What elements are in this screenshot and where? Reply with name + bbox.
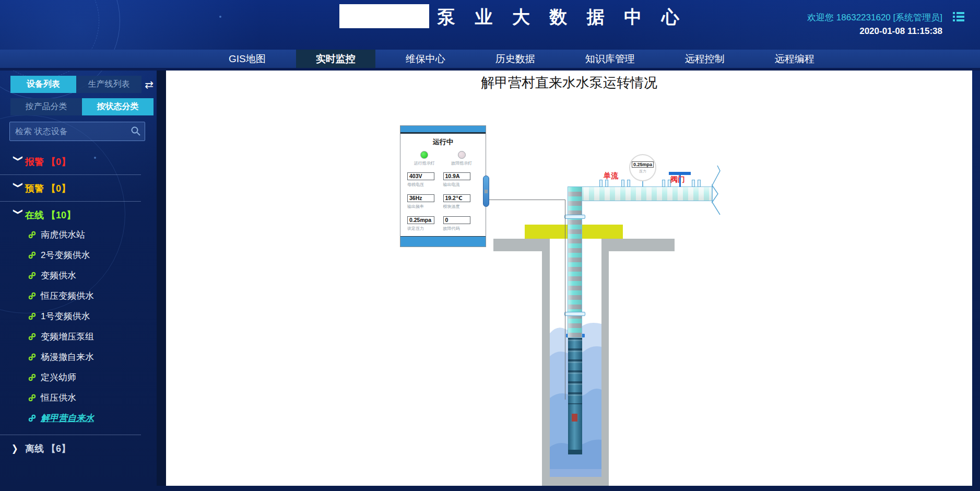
group-warning-header[interactable]: ❯ 预警 【0】	[11, 182, 141, 195]
reading-value: 19.2℃	[443, 194, 470, 202]
production-line-list-button[interactable]: 生产线列表	[76, 76, 142, 93]
group-warning: ❯ 预警 【0】	[0, 175, 141, 202]
reading-output-frequency: 36Hz 输出频率	[407, 194, 443, 209]
chevron-down-icon[interactable]: ❯	[13, 182, 24, 195]
device-item-selected[interactable]: 解甲营自来水	[11, 408, 141, 428]
gauge-stem	[642, 181, 643, 187]
group-alarm: ❯ 报警 【0】	[0, 148, 141, 175]
group-label: 报警	[25, 156, 44, 168]
tab-remote-programming[interactable]: 远程编程	[755, 50, 834, 68]
reading-bus-voltage: 403V 母线电压	[407, 172, 443, 188]
device-list-button[interactable]: 设备列表	[10, 76, 76, 93]
pipe-joint	[599, 180, 608, 187]
reading-value: 0.25mpa	[407, 216, 434, 224]
tab-knowledge-base[interactable]: 知识库管理	[565, 50, 655, 68]
device-item-label: 杨漫撒自来水	[41, 351, 94, 363]
device-item[interactable]: 变频增压泵组	[11, 326, 141, 347]
device-item[interactable]: 2号变频供水	[11, 245, 141, 265]
sidebar-divider	[157, 71, 166, 486]
device-item[interactable]: 恒压供水	[11, 388, 141, 408]
reading-label: 输出频率	[407, 204, 443, 209]
ground-left	[493, 239, 550, 251]
chevron-down-icon[interactable]: ❯	[13, 208, 24, 222]
gauge-label: 压力	[630, 169, 655, 174]
tab-realtime-monitor[interactable]: 实时监控	[296, 50, 375, 68]
pipe-joint	[621, 180, 630, 187]
fault-indicator-label: 故障指示灯	[451, 160, 472, 166]
device-sidebar: 设备列表 生产线列表 ⇄ 按产品分类 按状态分类 ❯ 报警 【0】 ❯	[0, 71, 157, 491]
run-indicator: 运行指示灯	[414, 151, 435, 166]
list-menu-icon[interactable]	[953, 11, 964, 22]
group-online: ❯ 在线 【10】 南虎供水站 2号变频供水 变频供水	[0, 202, 141, 435]
device-item[interactable]: 杨漫撒自来水	[11, 347, 141, 367]
pressure-gauge[interactable]: 0.25mpa 压力	[629, 154, 656, 181]
well-wall-left	[542, 239, 550, 486]
tab-maintenance-center[interactable]: 维保中心	[386, 50, 465, 68]
device-item[interactable]: 1号变频供水	[11, 306, 141, 326]
group-count: 【10】	[46, 209, 76, 221]
group-count: 【6】	[46, 442, 70, 455]
chevron-down-icon[interactable]: ❯	[13, 155, 24, 169]
reading-value: 0	[443, 216, 470, 224]
reading-label: 母线电压	[407, 182, 443, 188]
device-item[interactable]: 变频供水	[11, 265, 141, 286]
logo	[339, 4, 429, 28]
app-header: 泵 业 大 数 据 中 心 欢迎您 18632231620 [系统管理员] 20…	[0, 0, 980, 50]
panel-bottom-bar	[400, 236, 486, 247]
group-offline-header[interactable]: ❯ 离线 【6】	[11, 442, 157, 455]
device-item-label: 2号变频供水	[41, 249, 90, 261]
search-input[interactable]	[9, 122, 145, 141]
pump-cable-vertical	[565, 200, 565, 400]
by-status-button[interactable]: 按状态分类	[82, 98, 154, 115]
well-floor	[542, 477, 609, 486]
check-valve-label: 单流	[604, 171, 618, 181]
device-item-label: 变频供水	[41, 270, 76, 282]
chevron-right-icon[interactable]: ❯	[11, 443, 25, 454]
pump-stages	[568, 337, 582, 404]
device-item[interactable]: 定兴幼师	[11, 367, 141, 388]
search-icon[interactable]	[131, 126, 141, 136]
pipe-collar	[564, 312, 585, 316]
reading-label: 故障代码	[443, 226, 479, 231]
group-label: 离线	[25, 442, 44, 455]
device-item-label: 恒压供水	[41, 392, 76, 404]
device-item-label: 解甲营自来水	[41, 412, 94, 424]
device-item[interactable]: 南虎供水站	[11, 225, 141, 245]
group-label: 在线	[25, 209, 44, 221]
pump-foot	[568, 450, 582, 454]
reading-fault-code: 0 故障代码	[443, 216, 479, 231]
fault-indicator: 故障指示灯	[451, 151, 472, 166]
group-offline: ❯ 离线 【6】	[0, 435, 157, 461]
group-alarm-header[interactable]: ❯ 报警 【0】	[11, 156, 141, 168]
panel-slider-handle[interactable]	[483, 176, 489, 207]
device-item-label: 定兴幼师	[41, 371, 76, 383]
ground-right	[601, 239, 675, 251]
app-title: 泵 业 大 数 据 中 心	[438, 5, 687, 29]
monitor-canvas: 解甲营村直来水水泵运转情况 0.25mpa 压力 单流 阀门	[166, 71, 972, 486]
device-item-label: 恒压变频供水	[41, 290, 94, 302]
vfd-control-panel: 运行中 运行指示灯 故障指示灯 403V 母线电压 10.9A 输出电流 36H…	[400, 125, 486, 247]
reading-output-current: 10.9A 输出电流	[443, 172, 479, 188]
device-item-label: 南虎供水站	[41, 229, 85, 241]
panel-top-bar	[400, 126, 486, 134]
by-product-button[interactable]: 按产品分类	[10, 98, 82, 115]
pipe-joint	[692, 180, 701, 187]
group-online-header[interactable]: ❯ 在线 【10】	[11, 209, 141, 221]
reading-label: 设定压力	[407, 226, 443, 231]
reading-label: 输出电流	[443, 182, 479, 188]
panel-status-text: 运行中	[400, 137, 486, 147]
discharge-pipe-horizontal	[568, 186, 713, 201]
tab-remote-control[interactable]: 远程控制	[665, 50, 745, 68]
reading-set-pressure: 0.25mpa 设定压力	[407, 216, 443, 231]
tab-history-data[interactable]: 历史数据	[476, 50, 555, 68]
reading-value: 403V	[407, 172, 434, 180]
welcome-user-text[interactable]: 欢迎您 18632231620 [系统管理员]	[807, 11, 942, 24]
gauge-value: 0.25mpa	[632, 161, 654, 168]
run-indicator-lamp	[420, 151, 428, 159]
swap-icon[interactable]: ⇄	[145, 78, 154, 91]
group-label: 预警	[25, 182, 44, 195]
device-item[interactable]: 恒压变频供水	[11, 286, 141, 306]
reading-module-temperature: 19.2℃ 模块温度	[443, 194, 479, 209]
tab-gis-map[interactable]: GIS地图	[209, 50, 286, 68]
pump-label-tag	[572, 414, 577, 422]
